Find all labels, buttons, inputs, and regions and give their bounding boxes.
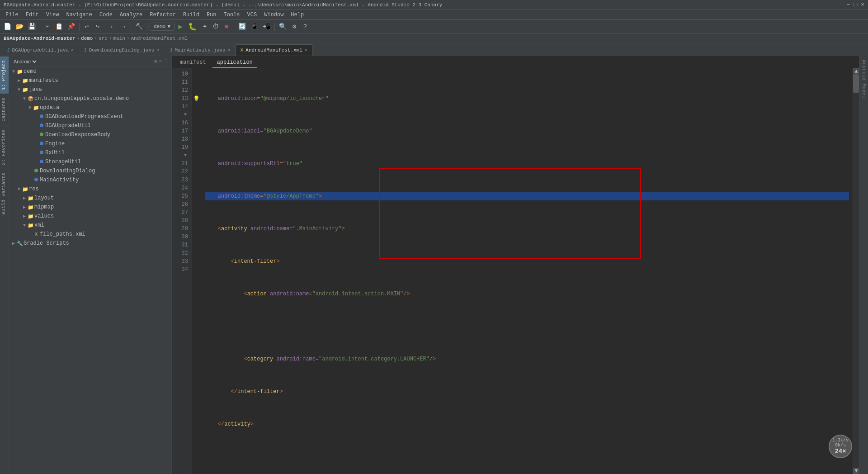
menu-bar: File Edit View Navigate Code Analyze Ref…	[0, 10, 868, 20]
tab-downloadingdialog[interactable]: J DownloadingDialog.java ×	[79, 44, 165, 56]
menu-file[interactable]: File	[2, 11, 22, 19]
tab-close-mainactivity[interactable]: ×	[228, 48, 231, 53]
gradle-status-widget[interactable]: 1.3k/s 0k/s 24×	[829, 435, 852, 458]
tree-label-engine: Engine	[45, 141, 65, 147]
menu-refactor[interactable]: Refactor	[146, 11, 179, 19]
tree-item-layout[interactable]: ▶ 📁 layout	[9, 194, 171, 203]
help-button[interactable]: ?	[300, 22, 310, 32]
menu-edit[interactable]: Edit	[22, 11, 42, 19]
close-button[interactable]: ×	[861, 1, 864, 8]
search-everywhere[interactable]: 🔍	[277, 22, 288, 32]
toolbar-undo[interactable]: ↩	[82, 22, 92, 32]
tab-bgaupgradeutil[interactable]: J BGAUpgradeUtil.java ×	[2, 44, 79, 56]
tree-item-downloadresponsebody[interactable]: ▶ DownloadResponseBody	[9, 130, 171, 139]
minimize-button[interactable]: −	[847, 1, 850, 8]
toolbar-copy[interactable]: 📋	[53, 22, 65, 32]
tree-item-gradle-scripts[interactable]: ▶ 🔧 Gradle Scripts	[9, 239, 171, 248]
menu-window[interactable]: Window	[260, 11, 287, 19]
toolbar-build[interactable]: 🔨	[133, 22, 145, 32]
sdk-manager[interactable]: 📱	[249, 22, 260, 32]
menu-tools[interactable]: Tools	[220, 11, 244, 19]
tree-item-engine[interactable]: ▶ Engine	[9, 139, 171, 148]
scroll-down-btn[interactable]: ▼	[853, 468, 859, 474]
tree-item-manifests[interactable]: ▶ 📁 manifests	[9, 76, 171, 85]
gradle-circle[interactable]: 1.3k/s 0k/s 24×	[829, 435, 852, 458]
vert-tab-build-variants[interactable]: Build Variants	[0, 169, 9, 218]
xml-tab-manifest[interactable]: manifest	[175, 58, 211, 68]
vert-tab-android-model[interactable]: Android Model	[861, 58, 867, 100]
run-button[interactable]: ▶	[175, 22, 185, 32]
tree-item-mipmap[interactable]: ▶ 📁 mipmap	[9, 203, 171, 212]
fold-icon-20[interactable]: ▼	[183, 152, 188, 160]
tree-item-storageutil[interactable]: ▶ StorageUtil	[9, 157, 171, 166]
tree-item-values[interactable]: ▶ 📁 values	[9, 212, 171, 221]
tree-item-rxutil[interactable]: ▶ RxUtil	[9, 148, 171, 157]
tree-item-bgadownloadprogress[interactable]: ▶ BGADownloadProgressEvent	[9, 112, 171, 121]
toolbar-open[interactable]: 📂	[14, 22, 25, 32]
tree-label-xml-folder: xml	[34, 222, 44, 228]
vert-tab-captures[interactable]: Captures	[0, 94, 9, 125]
menu-help[interactable]: Help	[287, 11, 307, 19]
menu-vcs[interactable]: VCS	[244, 11, 261, 19]
tree-item-file-paths[interactable]: ▶ X file_paths.xml	[9, 230, 171, 239]
menu-analyze[interactable]: Analyze	[116, 11, 146, 19]
tree-view-selector[interactable]: Android	[12, 58, 38, 65]
tab-close-androidmanifest[interactable]: ×	[305, 48, 307, 53]
tab-mainactivity[interactable]: J MainActivity.java ×	[165, 44, 236, 56]
bc-manifest[interactable]: AndroidManifest.xml	[131, 36, 188, 41]
vert-tab-favorites[interactable]: 2: Favorites	[0, 125, 9, 169]
tree-item-downloadingdialog[interactable]: ▶ DownloadingDialog	[9, 166, 171, 175]
bc-main[interactable]: main	[113, 36, 125, 41]
tree-item-xml-folder[interactable]: ▼ 📁 xml	[9, 221, 171, 230]
run-config-selector[interactable]: demo ▼	[150, 23, 175, 31]
tree-sync-btn[interactable]: ⚙	[154, 58, 157, 64]
tree-item-bgaupgradeutil[interactable]: ▶ BGAUpgradeUtil	[9, 121, 171, 130]
bc-demo[interactable]: demo	[81, 36, 93, 41]
toolbar-redo[interactable]: ↪	[93, 22, 103, 32]
stop-button[interactable]: ■	[222, 22, 231, 32]
scroll-thumb[interactable]	[853, 75, 859, 93]
vert-tab-project[interactable]: 1: Project	[0, 56, 9, 94]
scrollbar-right[interactable]: ▲ ▼	[853, 68, 859, 474]
tree-item-demo[interactable]: ▼ 📁 demo	[9, 67, 171, 76]
menu-build[interactable]: Build	[179, 11, 203, 19]
profile-button[interactable]: ⏱	[211, 22, 221, 32]
tree-item-java[interactable]: ▼ 📁 java	[9, 85, 171, 94]
tab-close-downloadingdialog[interactable]: ×	[157, 48, 160, 53]
toolbar-cut[interactable]: ✂	[42, 22, 52, 32]
line-num-10: 10	[174, 70, 188, 78]
code-container[interactable]: 10 11 12 13 14 ▼ 16 17 18 19 ▼	[172, 68, 853, 474]
tree-item-updata[interactable]: ▼ 📁 updata	[9, 103, 171, 112]
toolbar-new[interactable]: 📄	[2, 22, 13, 32]
bc-src[interactable]: src	[99, 36, 108, 41]
coverage-button[interactable]: ☂	[200, 22, 210, 32]
maximize-button[interactable]: □	[854, 1, 857, 8]
menu-run[interactable]: Run	[203, 11, 220, 19]
bc-root[interactable]: BGAUpdate-Android-master	[4, 36, 75, 41]
avd-manager[interactable]: 📲	[261, 22, 272, 32]
menu-code[interactable]: Code	[96, 11, 116, 19]
line-num-22: 22	[174, 168, 188, 176]
scroll-up-btn[interactable]: ▲	[853, 68, 859, 75]
bulb-icon-13[interactable]: 💡	[193, 95, 200, 102]
line-num-23: 23	[174, 176, 188, 184]
tree-collapse-btn[interactable]: ≡	[159, 58, 162, 64]
toolbar-back[interactable]: ←	[108, 22, 118, 32]
tree-item-mainactivity[interactable]: ▶ MainActivity	[9, 175, 171, 185]
debug-button[interactable]: 🐛	[186, 22, 199, 32]
fold-icon-15[interactable]: ▼	[183, 111, 188, 119]
tab-androidmanifest[interactable]: X AndroidManifest.xml ×	[236, 44, 312, 56]
xml-tab-application[interactable]: application	[212, 58, 257, 68]
toolbar-save[interactable]: 💾	[26, 22, 38, 32]
tree-item-res[interactable]: ▼ 📁 res	[9, 185, 171, 194]
menu-navigate[interactable]: Navigate	[62, 11, 96, 19]
toolbar-forward[interactable]: →	[118, 22, 128, 32]
gradle-sync[interactable]: 🔄	[236, 22, 248, 32]
settings-button[interactable]: ⚙	[289, 22, 299, 32]
tree-settings-btn[interactable]: ⋮	[164, 58, 169, 64]
menu-view[interactable]: View	[42, 11, 63, 19]
code-content[interactable]: android:icon="@mipmap/ic_launcher" andro…	[201, 68, 853, 474]
tree-item-package[interactable]: ▼ 📦 cn.bingoogolapple.update.demo	[9, 94, 171, 103]
tab-close-bgaupgradeutil[interactable]: ×	[71, 48, 74, 53]
toolbar-paste[interactable]: 📌	[66, 22, 77, 32]
